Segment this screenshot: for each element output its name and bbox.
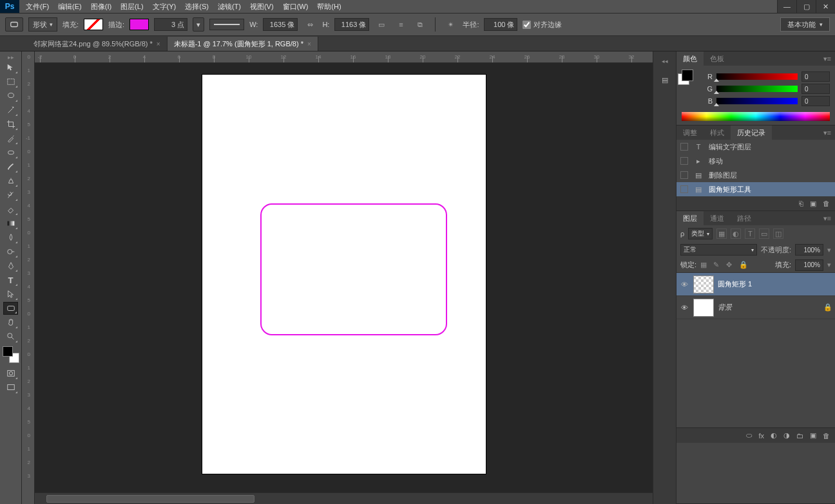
tab-layers[interactable]: 图层 bbox=[677, 211, 704, 225]
link-layers-icon[interactable]: ⬭ bbox=[746, 431, 752, 440]
history-checkbox[interactable] bbox=[680, 171, 688, 179]
new-layer-icon[interactable]: ▣ bbox=[810, 431, 816, 440]
tab-close-icon[interactable]: × bbox=[157, 41, 160, 48]
g-slider[interactable] bbox=[716, 86, 798, 92]
align-edges-checkbox[interactable]: 对齐边缘 bbox=[523, 20, 562, 30]
layer-filter-select[interactable]: 类型 bbox=[688, 228, 713, 239]
eyedropper-tool[interactable] bbox=[3, 132, 18, 145]
horizontal-scrollbar[interactable] bbox=[35, 492, 653, 504]
panel-menu-icon[interactable]: ▾≡ bbox=[820, 129, 835, 137]
menu-view[interactable]: 视图(V) bbox=[250, 2, 274, 12]
radius-input[interactable] bbox=[484, 18, 517, 31]
adjustment-layer-icon[interactable]: ◑ bbox=[783, 431, 790, 440]
tab-history[interactable]: 历史记录 bbox=[731, 126, 772, 140]
layer-visibility-icon[interactable]: 👁 bbox=[679, 281, 689, 288]
filter-pixel-icon[interactable]: ▦ bbox=[716, 229, 727, 239]
delete-layer-icon[interactable]: 🗑 bbox=[823, 432, 830, 440]
filter-shape-icon[interactable]: ▭ bbox=[759, 229, 769, 239]
blend-mode-select[interactable]: 正常 bbox=[680, 244, 757, 256]
b-input[interactable] bbox=[801, 96, 830, 106]
lasso-tool[interactable] bbox=[3, 89, 18, 102]
crop-tool[interactable] bbox=[3, 118, 18, 131]
maximize-button[interactable]: ▢ bbox=[796, 0, 816, 13]
stroke-style-picker[interactable] bbox=[209, 19, 244, 30]
strip-history-icon[interactable]: ▤ bbox=[657, 72, 673, 88]
menu-layer[interactable]: 图层(L) bbox=[120, 2, 143, 12]
r-input[interactable] bbox=[801, 71, 830, 82]
history-brush-tool[interactable] bbox=[3, 189, 18, 201]
menu-edit[interactable]: 编辑(E) bbox=[58, 2, 82, 12]
shape-mode-select[interactable]: 形状 bbox=[28, 17, 57, 32]
g-input[interactable] bbox=[801, 84, 830, 94]
width-input[interactable] bbox=[263, 18, 298, 31]
history-item[interactable]: ▤ 圆角矩形工具 bbox=[677, 182, 835, 196]
layer-group-icon[interactable]: 🗀 bbox=[796, 432, 803, 440]
layer-fx-icon[interactable]: fx bbox=[758, 432, 764, 440]
layer-thumbnail[interactable] bbox=[693, 299, 714, 317]
blur-tool[interactable] bbox=[3, 231, 18, 244]
path-select-tool[interactable] bbox=[3, 288, 18, 301]
menu-type[interactable]: 文字(Y) bbox=[153, 2, 177, 12]
strip-expand[interactable]: ◂◂ bbox=[655, 58, 675, 64]
scroll-thumb[interactable] bbox=[46, 495, 254, 503]
align-edges-input[interactable] bbox=[523, 21, 531, 29]
tab-adjustments[interactable]: 调整 bbox=[677, 126, 704, 140]
opacity-input[interactable] bbox=[795, 244, 823, 256]
canvas-page[interactable] bbox=[202, 75, 486, 474]
clone-stamp-tool[interactable] bbox=[3, 174, 18, 187]
screen-mode-tool[interactable] bbox=[3, 381, 18, 394]
tool-preset-picker[interactable] bbox=[5, 17, 23, 32]
history-camera-icon[interactable]: ▣ bbox=[810, 200, 816, 208]
toolbar-expand[interactable]: ▸▸ bbox=[1, 54, 21, 61]
stroke-width-input[interactable] bbox=[154, 18, 187, 31]
hand-tool[interactable] bbox=[3, 316, 18, 329]
r-slider[interactable] bbox=[716, 73, 798, 80]
b-slider[interactable] bbox=[716, 98, 798, 104]
stroke-swatch[interactable] bbox=[130, 19, 149, 30]
minimize-button[interactable]: — bbox=[777, 0, 796, 13]
quick-mask-tool[interactable] bbox=[3, 367, 18, 380]
foreground-color-swatch[interactable] bbox=[3, 346, 13, 357]
path-ops-icon[interactable]: ▭ bbox=[374, 17, 389, 32]
marquee-tool[interactable] bbox=[3, 75, 18, 88]
brush-tool[interactable] bbox=[3, 160, 18, 173]
layer-mask-icon[interactable]: ◐ bbox=[771, 431, 777, 440]
rounded-rect-tool[interactable] bbox=[3, 302, 18, 315]
history-checkbox[interactable] bbox=[680, 185, 688, 193]
history-item[interactable]: ▸ 移动 bbox=[677, 154, 835, 168]
document-tab[interactable]: 邻家网络蓝24.png @ 89.5%(RGB/8) * × bbox=[27, 37, 168, 51]
layer-row[interactable]: 👁 背景 🔒 bbox=[677, 296, 835, 319]
history-checkbox[interactable] bbox=[680, 143, 688, 151]
menu-select[interactable]: 选择(S) bbox=[185, 2, 209, 12]
workspace-select[interactable]: 基本功能 bbox=[780, 17, 830, 32]
arrange-icon[interactable]: ⧉ bbox=[413, 17, 427, 32]
link-wh-icon[interactable]: ⇔ bbox=[303, 17, 317, 32]
shape-rounded-rect[interactable] bbox=[260, 203, 447, 335]
color-spectrum[interactable] bbox=[682, 112, 830, 121]
menu-window[interactable]: 窗口(W) bbox=[283, 2, 309, 12]
pen-tool[interactable] bbox=[3, 259, 18, 272]
type-tool[interactable]: T bbox=[3, 274, 18, 286]
layer-visibility-icon[interactable]: 👁 bbox=[679, 304, 689, 312]
menu-filter[interactable]: 滤镜(T) bbox=[218, 2, 241, 12]
history-checkbox[interactable] bbox=[680, 157, 688, 165]
menu-help[interactable]: 帮助(H) bbox=[317, 2, 341, 12]
canvas-viewport[interactable] bbox=[35, 63, 653, 492]
stroke-width-dropdown[interactable]: ▾ bbox=[193, 17, 204, 32]
filter-smart-icon[interactable]: ◫ bbox=[773, 229, 783, 239]
align-icon[interactable]: ≡ bbox=[394, 17, 408, 32]
color-picker[interactable] bbox=[3, 346, 19, 363]
close-button[interactable]: ✕ bbox=[816, 0, 835, 13]
layer-row[interactable]: 👁 圆角矩形 1 bbox=[677, 273, 835, 296]
tab-styles[interactable]: 样式 bbox=[704, 126, 731, 140]
menu-file[interactable]: 文件(F) bbox=[26, 2, 49, 12]
fill-input[interactable] bbox=[795, 259, 823, 271]
eraser-tool[interactable] bbox=[3, 203, 18, 216]
tab-swatches[interactable]: 色板 bbox=[704, 51, 731, 66]
panel-menu-icon[interactable]: ▾≡ bbox=[820, 55, 835, 63]
tab-channels[interactable]: 通道 bbox=[704, 211, 731, 225]
healing-brush-tool[interactable] bbox=[3, 146, 18, 159]
dodge-tool[interactable] bbox=[3, 245, 18, 258]
fill-swatch[interactable] bbox=[84, 19, 103, 30]
layer-thumbnail[interactable] bbox=[693, 275, 714, 294]
